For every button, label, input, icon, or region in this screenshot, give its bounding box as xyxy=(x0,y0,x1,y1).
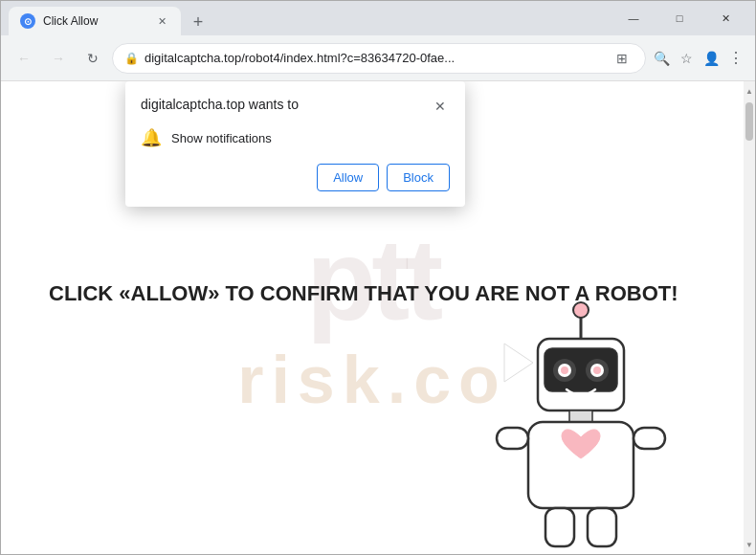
translate-icon[interactable]: ⊞ xyxy=(611,47,634,70)
notification-label: Show notifications xyxy=(171,131,272,145)
svg-marker-0 xyxy=(504,344,533,382)
popup-buttons: Allow Block xyxy=(141,164,450,191)
address-text: digitalcaptcha.top/robot4/index.html?c=8… xyxy=(145,51,605,65)
forward-button[interactable]: → xyxy=(43,43,74,74)
browser-tab[interactable]: ⊙ Click Allow ✕ xyxy=(9,7,181,35)
svg-rect-16 xyxy=(588,508,616,546)
watermark-ptt: ptt xyxy=(306,222,438,337)
scrollbar[interactable]: ▲ ▼ xyxy=(744,81,755,554)
browser-body: ptt risk.co CLICK «ALLOW» TO CONFIRM THA… xyxy=(1,81,755,554)
navigation-bar: ← → ↻ 🔒 digitalcaptcha.top/robot4/index.… xyxy=(1,35,755,81)
notification-popup: digitalcaptcha.top wants to ✕ 🔔 Show not… xyxy=(125,81,465,207)
svg-rect-15 xyxy=(545,508,574,546)
address-bar-icons: ⊞ xyxy=(611,47,634,70)
block-button[interactable]: Block xyxy=(387,164,450,191)
scroll-up-arrow[interactable]: ▲ xyxy=(744,83,755,99)
tab-close-btn[interactable]: ✕ xyxy=(154,13,169,29)
allow-button[interactable]: Allow xyxy=(317,164,379,191)
back-button[interactable]: ← xyxy=(9,43,39,74)
lock-icon: 🔒 xyxy=(124,52,139,65)
bookmark-icon[interactable]: ☆ xyxy=(675,47,698,70)
captcha-message: CLICK «ALLOW» TO CONFIRM THAT YOU ARE NO… xyxy=(49,280,678,308)
scroll-down-arrow[interactable]: ▼ xyxy=(744,537,755,552)
tab-title: Click Allow xyxy=(43,14,146,28)
popup-header: digitalcaptcha.top wants to ✕ xyxy=(141,97,450,116)
profile-icon[interactable]: 👤 xyxy=(700,47,723,70)
svg-rect-14 xyxy=(634,428,665,449)
svg-point-9 xyxy=(561,366,568,374)
menu-icon[interactable]: ⋮ xyxy=(724,47,747,70)
reload-button[interactable]: ↻ xyxy=(78,43,108,74)
browser-window: ⊙ Click Allow ✕ + — □ ✕ ← → ↻ 🔒 digitalc… xyxy=(0,0,756,555)
robot-illustration xyxy=(476,286,686,554)
search-icon[interactable]: 🔍 xyxy=(650,47,673,70)
address-bar[interactable]: 🔒 digitalcaptcha.top/robot4/index.html?c… xyxy=(112,43,646,74)
title-bar: ⊙ Click Allow ✕ + — □ ✕ xyxy=(1,1,755,35)
svg-point-10 xyxy=(593,366,601,374)
svg-rect-13 xyxy=(497,428,528,449)
svg-rect-12 xyxy=(528,422,634,508)
bell-icon: 🔔 xyxy=(141,127,162,148)
scrollbar-thumb[interactable] xyxy=(745,102,753,141)
svg-rect-11 xyxy=(569,411,592,422)
popup-notification-row: 🔔 Show notifications xyxy=(141,127,450,148)
new-tab-button[interactable]: + xyxy=(185,9,211,35)
close-button[interactable]: ✕ xyxy=(703,1,747,35)
tab-favicon: ⊙ xyxy=(20,13,35,29)
maximize-button[interactable]: □ xyxy=(657,1,701,35)
popup-title: digitalcaptcha.top wants to xyxy=(141,97,299,112)
nav-right-icons: 🔍 ☆ 👤 ⋮ xyxy=(650,47,747,70)
tab-bar: ⊙ Click Allow ✕ + xyxy=(9,1,604,35)
page-content: ptt risk.co CLICK «ALLOW» TO CONFIRM THA… xyxy=(1,81,744,554)
minimize-button[interactable]: — xyxy=(611,1,656,35)
watermark-risk: risk.co xyxy=(237,346,507,413)
popup-close-btn[interactable]: ✕ xyxy=(431,97,450,116)
window-controls: — □ ✕ xyxy=(611,1,747,35)
